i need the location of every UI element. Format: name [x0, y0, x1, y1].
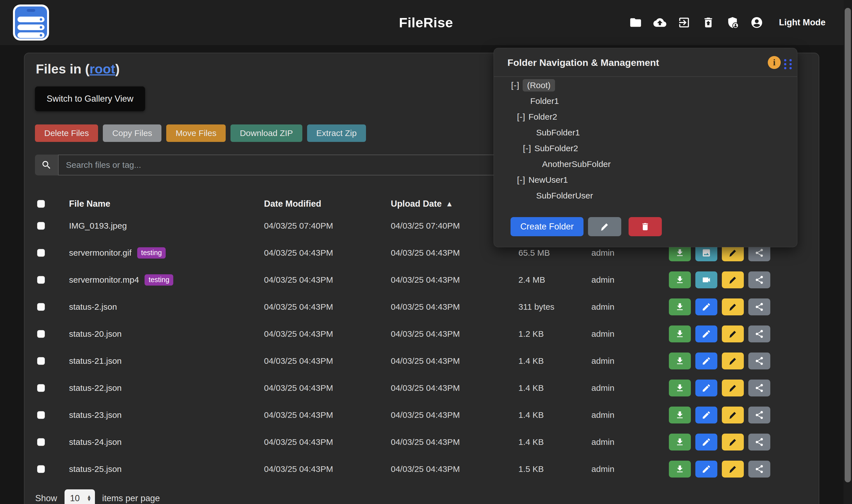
date-modified: 04/03/25 04:43PM [264, 464, 333, 474]
row-checkbox[interactable] [37, 249, 45, 257]
delete-files-button[interactable]: Delete Files [35, 124, 98, 142]
rename-button[interactable] [722, 325, 744, 342]
account-button[interactable] [750, 16, 763, 29]
collapse-toggle[interactable]: [-] [517, 112, 525, 122]
signature-icon [728, 248, 737, 258]
rename-button[interactable] [722, 380, 744, 396]
share-button[interactable] [748, 353, 770, 370]
download-button[interactable] [669, 353, 691, 370]
date-modified: 04/03/25 04:43PM [264, 302, 333, 312]
folder-button[interactable] [629, 16, 642, 29]
file-name[interactable]: status-25.json [69, 464, 122, 474]
folder-tree-item[interactable]: [-]Folder2 [494, 109, 797, 125]
pagination-bar: Show 10 ▲▼ items per page [35, 489, 160, 504]
rename-button[interactable] [722, 299, 744, 316]
scrollbar-thumb[interactable] [845, 8, 851, 482]
share-button[interactable] [748, 325, 770, 342]
column-date-modified[interactable]: Date Modified [264, 199, 321, 209]
collapse-toggle[interactable]: [-] [517, 175, 525, 185]
rename-folder-button[interactable] [588, 217, 621, 236]
image-icon [701, 248, 711, 258]
file-name-text: servermonitor.mp4 [69, 275, 139, 285]
extract-zip-button[interactable]: Extract Zip [307, 124, 366, 142]
rename-button[interactable] [722, 271, 744, 288]
edit-file-button[interactable] [695, 325, 717, 342]
folder-tree-item[interactable]: Folder1 [494, 93, 797, 109]
create-folder-button[interactable]: Create Folder [510, 217, 584, 236]
move-files-button[interactable]: Move Files [166, 124, 226, 142]
file-name[interactable]: status-23.json [69, 410, 122, 420]
filerise-logo-icon [13, 4, 49, 40]
folder-tree-item[interactable]: [-](Root) [494, 77, 797, 93]
file-name[interactable]: status-24.json [69, 437, 122, 447]
rename-button[interactable] [722, 461, 744, 478]
column-upload-date[interactable]: Upload Date ▲ [391, 199, 453, 209]
file-name[interactable]: status-21.json [69, 356, 122, 366]
folder-tree-item[interactable]: SubFolder1 [494, 125, 797, 141]
column-file-name[interactable]: File Name [69, 199, 110, 209]
copy-files-button[interactable]: Copy Files [103, 124, 161, 142]
folder-tree-item[interactable]: [-]NewUser1 [494, 172, 797, 188]
drag-handle-icon[interactable] [784, 59, 792, 69]
file-name[interactable]: status-20.json [69, 329, 122, 339]
row-checkbox[interactable] [37, 411, 45, 419]
select-all-checkbox[interactable] [37, 200, 45, 208]
rename-button[interactable] [722, 353, 744, 370]
row-checkbox[interactable] [37, 357, 45, 365]
row-checkbox[interactable] [37, 438, 45, 446]
row-checkbox[interactable] [37, 465, 45, 473]
file-size: 2.4 MB [518, 275, 545, 285]
delete-folder-button[interactable] [629, 217, 662, 236]
download-zip-button[interactable]: Download ZIP [230, 124, 302, 142]
root-folder-link[interactable]: root [90, 61, 115, 76]
share-button[interactable] [748, 380, 770, 396]
file-name[interactable]: servermonitor.giftesting [69, 247, 166, 258]
info-icon[interactable]: i [768, 56, 781, 69]
cloud-upload-icon [654, 16, 666, 29]
cloud-upload-button[interactable] [654, 16, 666, 29]
file-name[interactable]: servermonitor.mp4testing [69, 274, 173, 286]
download-button[interactable] [669, 461, 691, 478]
rename-button[interactable] [722, 434, 744, 450]
download-button[interactable] [669, 271, 691, 288]
folder-tree-item[interactable]: [-]SubFolder2 [494, 141, 797, 156]
row-checkbox[interactable] [37, 303, 45, 311]
collapse-toggle[interactable]: [-] [511, 80, 520, 90]
folder-tree-item[interactable]: AnotherSubFolder [494, 156, 797, 172]
row-checkbox[interactable] [37, 330, 45, 338]
folder-tree-item[interactable]: SubFolderUser [494, 188, 797, 203]
file-name[interactable]: IMG_0193.jpeg [69, 221, 127, 231]
share-button[interactable] [748, 299, 770, 316]
preview-button[interactable] [695, 271, 717, 288]
edit-file-button[interactable] [695, 380, 717, 396]
share-button[interactable] [748, 434, 770, 450]
share-button[interactable] [748, 271, 770, 288]
switch-gallery-view-button[interactable]: Switch to Gallery View [35, 87, 145, 111]
items-per-page-select[interactable]: 10 ▲▼ [65, 489, 95, 504]
row-checkbox[interactable] [37, 276, 45, 284]
share-button[interactable] [748, 461, 770, 478]
download-button[interactable] [669, 407, 691, 424]
share-button[interactable] [748, 407, 770, 424]
download-button[interactable] [669, 380, 691, 396]
restore-trash-button[interactable] [702, 16, 715, 29]
edit-file-button[interactable] [695, 353, 717, 370]
file-name[interactable]: status-22.json [69, 383, 122, 393]
collapse-toggle[interactable]: [-] [523, 144, 532, 153]
admin-shield-button[interactable] [726, 16, 739, 29]
edit-file-button[interactable] [695, 407, 717, 424]
download-button[interactable] [669, 325, 691, 342]
row-checkbox[interactable] [37, 222, 45, 230]
rename-button[interactable] [722, 407, 744, 424]
edit-file-button[interactable] [695, 434, 717, 450]
edit-file-button[interactable] [695, 461, 717, 478]
download-button[interactable] [669, 434, 691, 450]
download-button[interactable] [669, 299, 691, 316]
logout-button[interactable] [678, 16, 691, 29]
edit-file-button[interactable] [695, 299, 717, 316]
theme-toggle[interactable]: Light Mode [779, 17, 825, 28]
search-input[interactable] [58, 155, 541, 175]
row-checkbox[interactable] [37, 384, 45, 392]
file-name[interactable]: status-2.json [69, 302, 117, 312]
upload-date: 04/03/25 04:43PM [391, 275, 460, 285]
